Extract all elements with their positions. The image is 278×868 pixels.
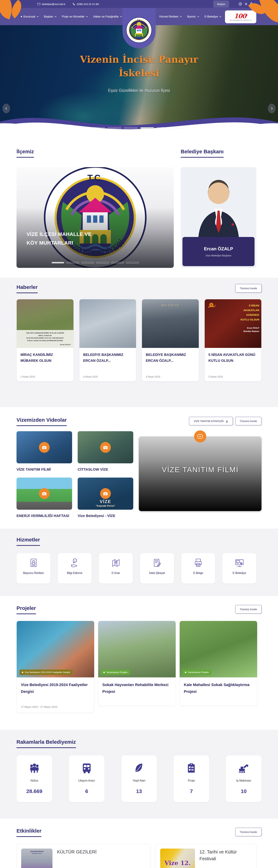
stat-label: İş Makinası (236, 779, 251, 782)
chevron-down-icon (37, 16, 38, 17)
carousel-prev-button[interactable] (2, 104, 10, 113)
hero-dot[interactable] (124, 127, 138, 129)
nav-item-hizmet-rehberi[interactable]: Hizmet Rehberi (159, 15, 181, 18)
nav-item-haber-ve-fotograflar[interactable]: Haber ve Fotoğraflar (93, 15, 121, 18)
service-e-belge[interactable]: E-Belge (181, 553, 215, 584)
video-card[interactable]: VİZE TANITIM FİLMİ (17, 431, 72, 472)
mayor-card[interactable]: Ercan ÖZALP Vize Belediye Başkanı (181, 167, 256, 268)
stat-value: 28.669 (26, 788, 43, 794)
carousel-next-button[interactable] (268, 104, 276, 113)
videos-section: Vizemizden Videolar VİZE TANITIM KİTAPÇI… (0, 407, 278, 529)
service-label: Bilgi Edinme (67, 571, 82, 575)
district-carousel-card[interactable]: VİZE İLÇESİ MAHALLE VE KÖY MUHTARLARI (17, 167, 174, 268)
nav-left-group: Kurumsal Başkan Proje ve Hizmetler Haber… (21, 15, 121, 18)
hero-dot[interactable] (108, 127, 121, 129)
video-card[interactable]: CİTTASLOW VİZE (78, 431, 133, 472)
video-title: ENERJİ VERİMLİLİĞİ HAFTASI (17, 513, 72, 519)
zoning-map-icon (111, 558, 121, 568)
hero-dot[interactable] (91, 127, 105, 129)
play-button[interactable] (194, 430, 206, 442)
service-basvuru-rehberi[interactable]: Başvuru Rehberi (17, 553, 50, 584)
videos-heading: Vizemizden Videolar (17, 417, 67, 426)
video-card[interactable]: ENERJİ VERİMLİLİĞİ HAFTASI (17, 477, 72, 519)
stat-label: Yeşil Alan (133, 779, 145, 782)
mayor-name: Ercan ÖZALP (204, 246, 233, 252)
stat-value: 13 (136, 788, 142, 794)
district-card-title: VİZE İLÇESİ MAHALLE VE KÖY MUHTARLARI (27, 230, 91, 248)
event-card[interactable]: Vize 12. Tarih ve Kültür Festivali 12. T… (156, 844, 256, 868)
nav-item-e-belediye[interactable]: E-Belediye (204, 15, 221, 18)
news-card[interactable]: BELEDİYE BAŞKANIMIZ ERCAN ÖZALP... 4 Nis… (79, 299, 136, 381)
projects-view-all-button[interactable]: Tümünü İncele (235, 605, 261, 614)
district-dot[interactable] (111, 262, 124, 264)
news-card[interactable]: BELEDİYE BELEDİYE BAŞKANIMIZ ERCAN ÖZALP… (142, 299, 199, 381)
stat-card-ulasim: Ulaşım Aracı 6 (69, 755, 105, 802)
nav-item-proje-ve-hizmetler[interactable]: Proje ve Hizmetler (62, 15, 87, 18)
camera-icon (103, 492, 108, 496)
contact-button[interactable]: İletişim (213, 1, 229, 8)
play-icon (198, 434, 203, 439)
project-card[interactable]: Vize Belediyesi 2019-2024 Faaliyetler De… (17, 621, 94, 713)
service-istek-sikayet[interactable]: İstek-Şikayet (140, 553, 174, 584)
news-card[interactable]: 5 NİSAN AVUKATLAR GÜNÜNÜZ KUTLU OLSUN Er… (204, 299, 262, 381)
project-title: Kale Mahallesi Sokak Sağlıklaştırma Proj… (184, 682, 253, 695)
nav-item-kurumsal[interactable]: Kurumsal (21, 15, 38, 18)
news-card[interactable]: TÜM VİZE'Lİ HEMŞEHRİLERİMİN VE İSLAM ALE… (17, 299, 74, 381)
stat-value: 10 (241, 788, 247, 794)
mayor-photo (181, 167, 256, 240)
centennial-logo: 100★ MİLLİ MÜCADELE'NİN YÜZÜNCÜ YILI (225, 10, 256, 23)
application-guide-icon (28, 558, 39, 568)
project-badge: Vize Belediyesi 2019-2024 Faaliyetler De… (20, 670, 73, 675)
stat-label: Nüfus (30, 779, 38, 782)
service-label: E-İmar (112, 571, 120, 575)
hero-dot[interactable] (173, 127, 187, 129)
district-dot-active[interactable] (52, 262, 64, 264)
nav-right-group: Hizmet Rehberi İlçemiz E-Belediye (159, 15, 221, 18)
district-and-mayor-section: İlçemiz VİZE İLÇESİ MAHALLE VE KÖY MUHTA… (0, 134, 278, 278)
nav-item-baskan[interactable]: Başkan (44, 15, 56, 18)
district-heading: İlçemiz (17, 148, 34, 158)
video-thumbnail: VİZE "Kaynak Perisi" (78, 477, 133, 510)
event-card[interactable]: VİZE BELEDİYESİ ANKARA TURU KÜLTÜR GEZİL… (17, 844, 150, 868)
email-link[interactable]: belediye@vize.bel.tr (37, 3, 65, 5)
chevron-down-icon (86, 16, 88, 17)
service-label: Başvuru Rehberi (23, 571, 44, 575)
service-e-belediye[interactable]: E-Belediye (222, 553, 256, 584)
nav-label: Kurumsal (24, 15, 35, 18)
project-card[interactable]: Tamamlanan Projeler Sokak Hayvanları Reh… (98, 621, 176, 706)
nav-item-ilcemiz[interactable]: İlçemiz (187, 15, 199, 18)
video-player[interactable]: VİZE TANITIM FİLMİ (139, 436, 261, 511)
videos-view-all-button[interactable]: Tümünü İncele (235, 417, 261, 425)
service-label: E-Belge (193, 571, 203, 575)
district-dot[interactable] (82, 262, 94, 264)
chevron-right-icon (270, 107, 273, 110)
project-card[interactable]: Tamamlanan Projeler Kale Mahallesi Sokak… (179, 621, 257, 706)
district-dot[interactable] (96, 262, 109, 264)
service-bilgi-edinme[interactable]: Bilgi Edinme (58, 553, 91, 584)
cittaslow-snail-icon (207, 302, 217, 309)
news-view-all-button[interactable]: Tümünü İncele (235, 284, 261, 292)
video-card[interactable]: VİZE "Kaynak Perisi" Vize Belediyesi - V… (78, 477, 133, 519)
video-title: CİTTASLOW VİZE (78, 466, 133, 472)
service-e-imar[interactable]: E-İmar (99, 553, 133, 584)
municipality-logo[interactable] (122, 8, 156, 48)
hero-pagination (0, 127, 278, 129)
envelope-icon (37, 3, 40, 5)
event-title: KÜLTÜR GEZİLERİ (57, 848, 146, 855)
phone-link[interactable]: 0288 318 10 21-68 (73, 3, 99, 5)
projects-section: Projeler Tümünü İncele Vize Belediyesi 2… (0, 596, 278, 730)
hero-dot[interactable] (157, 127, 170, 129)
clipboard-icon (185, 762, 198, 774)
x-icon[interactable] (245, 3, 247, 5)
events-view-all-button[interactable]: Tümünü İncele (235, 828, 261, 836)
instagram-icon[interactable] (239, 2, 242, 5)
stat-card-is-makinasi: İş Makinası 10 (226, 755, 261, 802)
e-municipality-icon (234, 558, 245, 568)
news-date: 2 Nisan 2019 (21, 375, 70, 378)
stat-label: Proje (188, 779, 195, 782)
hero-dot-active[interactable] (140, 127, 154, 129)
project-badge: Tamamlanan Projeler (183, 670, 212, 675)
promo-booklet-button[interactable]: VİZE TANITIM KİTAPÇIĞI (189, 417, 233, 425)
district-dot[interactable] (126, 262, 139, 264)
district-dot[interactable] (66, 262, 79, 264)
